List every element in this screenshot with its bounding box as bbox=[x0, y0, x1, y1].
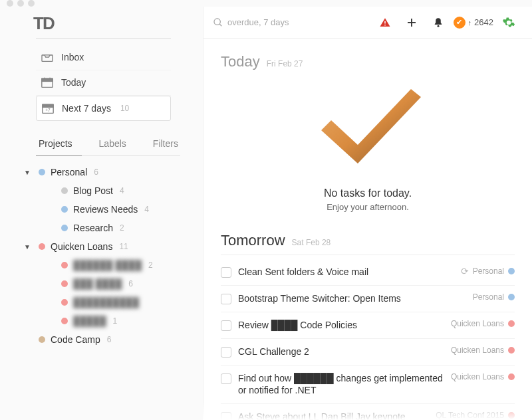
task-row[interactable]: Find out how ██████ changes get implemen… bbox=[221, 366, 515, 405]
project-item[interactable]: ▼Quicken Loans11 bbox=[24, 237, 187, 256]
settings-button[interactable] bbox=[497, 11, 520, 34]
task-checkbox[interactable] bbox=[221, 320, 231, 331]
tab-labels[interactable]: Labels bbox=[96, 133, 136, 156]
gear-icon bbox=[502, 16, 515, 29]
view-today[interactable]: Today bbox=[36, 70, 171, 95]
project-count: 11 bbox=[119, 242, 128, 251]
project-color-dot bbox=[39, 336, 45, 343]
window-max-dot[interactable] bbox=[28, 0, 35, 7]
karma-badge-icon: ✔ bbox=[454, 17, 466, 29]
task-title: CGL Challenge 2 bbox=[238, 346, 444, 358]
view-icon bbox=[40, 76, 55, 89]
task-row[interactable]: Clean Sent folders & Voice mail⟳Personal bbox=[221, 259, 515, 286]
svg-line-9 bbox=[219, 24, 221, 26]
section-header: TomorrowSat Feb 28 bbox=[221, 232, 515, 255]
toolbar: overdue, 7 days ✔ ↑ 2642 bbox=[203, 7, 532, 39]
checkmark-hero-icon bbox=[301, 84, 434, 177]
chevron-down-icon[interactable]: ▼ bbox=[24, 243, 33, 251]
project-count: 4 bbox=[144, 205, 149, 214]
view-label: Today bbox=[61, 77, 86, 88]
project-count: 4 bbox=[120, 186, 124, 195]
section-header: TodayFri Feb 27 bbox=[221, 53, 515, 76]
project-color-dot bbox=[61, 299, 68, 306]
task-title: Review ████ Code Policies bbox=[238, 319, 444, 332]
task-project-label: Quicken Loans bbox=[451, 372, 504, 381]
task-project-dot bbox=[508, 320, 515, 327]
project-item[interactable]: Research2 bbox=[47, 219, 187, 237]
project-name: ██████ ████ bbox=[73, 260, 142, 270]
karma-score[interactable]: ✔ ↑ 2642 bbox=[454, 17, 493, 29]
project-name: Quicken Loans bbox=[51, 241, 112, 252]
notifications-button[interactable] bbox=[427, 11, 450, 34]
project-count: 2 bbox=[120, 223, 124, 233]
search-icon bbox=[213, 17, 223, 28]
project-item[interactable]: ██████ ████2 bbox=[47, 256, 187, 274]
empty-subtitle: Enjoy your afternoon. bbox=[221, 202, 515, 212]
project-item[interactable]: Code Camp6 bbox=[24, 330, 187, 349]
project-count: 1 bbox=[113, 316, 118, 326]
project-item[interactable]: ███ ████6 bbox=[47, 274, 187, 293]
sync-alert-button[interactable] bbox=[374, 11, 396, 34]
task-project-label: Quicken Loans bbox=[451, 319, 504, 328]
karma-value: 2642 bbox=[474, 17, 493, 27]
section-title: Today bbox=[221, 53, 260, 70]
plus-icon bbox=[406, 17, 418, 29]
add-task-button[interactable] bbox=[400, 11, 423, 34]
section-title: Tomorrow bbox=[221, 232, 285, 249]
tab-projects[interactable]: Projects bbox=[36, 133, 82, 156]
section-date: Fri Feb 27 bbox=[267, 59, 303, 68]
tab-filters[interactable]: Filters bbox=[150, 133, 188, 156]
project-count: 6 bbox=[128, 279, 133, 288]
task-title: Clean Sent folders & Voice mail bbox=[238, 266, 454, 278]
project-count: 6 bbox=[107, 335, 112, 344]
svg-text:+7: +7 bbox=[45, 108, 51, 112]
task-project-label: Personal bbox=[473, 292, 504, 302]
project-count: 6 bbox=[94, 167, 98, 177]
project-color-dot bbox=[61, 280, 68, 287]
search-input[interactable]: overdue, 7 days bbox=[213, 17, 370, 28]
task-checkbox[interactable] bbox=[221, 267, 231, 278]
project-color-dot bbox=[61, 225, 68, 231]
project-name: Personal bbox=[51, 167, 87, 177]
view-icon: +7 bbox=[41, 102, 55, 115]
task-project-dot bbox=[508, 268, 515, 274]
task-checkbox[interactable] bbox=[221, 347, 231, 358]
karma-arrow-icon: ↑ bbox=[468, 19, 472, 27]
bell-icon bbox=[432, 17, 444, 29]
project-color-dot bbox=[61, 318, 68, 324]
task-project-label: Quicken Loans bbox=[451, 346, 504, 355]
view-inbox[interactable]: Inbox bbox=[36, 45, 171, 70]
alert-icon bbox=[379, 17, 391, 29]
project-color-dot bbox=[61, 206, 68, 213]
task-row[interactable]: Bootstrap Theme Switcher: Open ItemsPers… bbox=[221, 286, 515, 312]
task-project-dot bbox=[508, 347, 515, 354]
project-item[interactable]: Reviews Needs4 bbox=[47, 200, 187, 219]
view-next-7-days[interactable]: +7Next 7 days10 bbox=[36, 96, 171, 121]
task-project-dot bbox=[508, 294, 515, 300]
svg-point-14 bbox=[437, 25, 439, 27]
project-color-dot bbox=[39, 243, 45, 250]
window-min-dot[interactable] bbox=[17, 0, 24, 7]
task-row[interactable]: Review ████ Code PoliciesQuicken Loans bbox=[221, 312, 515, 339]
project-name: ███ ████ bbox=[73, 278, 122, 289]
svg-rect-2 bbox=[42, 78, 53, 81]
project-count: 2 bbox=[148, 261, 153, 270]
project-item[interactable]: ▼Personal6 bbox=[24, 163, 187, 181]
project-item[interactable]: Blog Post4 bbox=[47, 181, 187, 200]
project-item[interactable]: █████1 bbox=[47, 312, 187, 330]
window-titlebar bbox=[0, 0, 532, 7]
window-close-dot[interactable] bbox=[7, 0, 13, 7]
main-panel: overdue, 7 days ✔ ↑ 2642 bbox=[203, 7, 532, 420]
chevron-down-icon[interactable]: ▼ bbox=[24, 169, 33, 176]
task-checkbox[interactable] bbox=[221, 373, 231, 384]
svg-rect-10 bbox=[384, 21, 386, 23]
svg-rect-11 bbox=[384, 25, 386, 26]
view-icon bbox=[40, 51, 55, 64]
empty-title: No tasks for today. bbox=[221, 187, 515, 199]
task-row[interactable]: CGL Challenge 2Quicken Loans bbox=[221, 339, 515, 366]
task-checkbox[interactable] bbox=[221, 294, 231, 304]
project-name: Reviews Needs bbox=[73, 204, 138, 215]
project-name: Code Camp bbox=[51, 334, 100, 345]
recurring-icon: ⟳ bbox=[461, 266, 469, 276]
project-item[interactable]: ██████████ bbox=[47, 293, 187, 312]
